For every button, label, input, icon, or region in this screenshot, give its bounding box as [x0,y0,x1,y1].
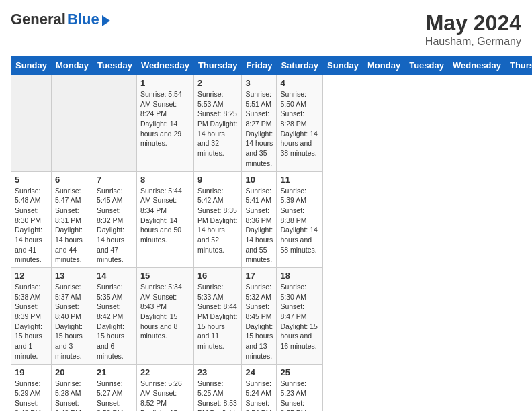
day-number: 23 [197,367,238,377]
calendar-cell: 4Sunrise: 5:50 AM Sunset: 8:28 PM Daylig… [277,75,323,172]
day-info: Sunrise: 5:41 AM Sunset: 8:36 PM Dayligh… [245,186,273,265]
day-number: 5 [15,175,48,185]
day-info: Sunrise: 5:37 AM Sunset: 8:40 PM Dayligh… [55,282,89,361]
day-number: 6 [55,175,89,185]
calendar-cell: 3Sunrise: 5:51 AM Sunset: 8:27 PM Daylig… [242,75,277,172]
logo: General Blue [11,11,110,28]
day-number: 19 [15,367,48,377]
day-info: Sunrise: 5:53 AM Sunset: 8:25 PM Dayligh… [197,89,238,158]
calendar-cell: 24Sunrise: 5:24 AM Sunset: 8:54 PM Dayli… [242,364,277,411]
calendar-cell: 5Sunrise: 5:48 AM Sunset: 8:30 PM Daylig… [11,171,52,268]
day-info: Sunrise: 5:29 AM Sunset: 8:48 PM Dayligh… [15,379,48,412]
calendar-cell: 22Sunrise: 5:26 AM Sunset: 8:52 PM Dayli… [136,364,193,411]
calendar-table: SundayMondayTuesdayWednesdayThursdayFrid… [11,56,532,411]
weekday-header-tuesday: Tuesday [405,56,449,75]
day-number: 17 [245,271,273,281]
day-info: Sunrise: 5:25 AM Sunset: 8:53 PM Dayligh… [197,379,238,412]
weekday-header-friday: Friday [242,56,277,75]
day-info: Sunrise: 5:34 AM Sunset: 8:43 PM Dayligh… [140,282,190,341]
day-info: Sunrise: 5:23 AM Sunset: 8:55 PM Dayligh… [280,379,319,412]
day-info: Sunrise: 5:26 AM Sunset: 8:52 PM Dayligh… [140,379,190,412]
day-info: Sunrise: 5:32 AM Sunset: 8:45 PM Dayligh… [245,282,273,361]
day-number: 16 [197,271,238,281]
calendar-week-3: 12Sunrise: 5:38 AM Sunset: 8:39 PM Dayli… [11,268,533,365]
logo-blue-text: Blue [67,11,99,28]
day-number: 18 [280,271,319,281]
day-info: Sunrise: 5:47 AM Sunset: 8:31 PM Dayligh… [55,186,89,265]
day-number: 1 [140,78,190,88]
calendar-cell: 8Sunrise: 5:44 AM Sunset: 8:34 PM Daylig… [136,171,193,268]
calendar-cell: 16Sunrise: 5:33 AM Sunset: 8:44 PM Dayli… [193,268,242,365]
day-number: 25 [280,367,319,377]
calendar-cell [51,75,93,172]
day-number: 8 [140,175,190,185]
location-subtitle: Hausham, Germany [425,36,521,48]
day-number: 20 [55,367,89,377]
day-number: 2 [197,78,238,88]
weekday-header-wednesday: Wednesday [448,56,505,75]
day-info: Sunrise: 5:27 AM Sunset: 8:50 PM Dayligh… [97,379,133,412]
day-info: Sunrise: 5:50 AM Sunset: 8:28 PM Dayligh… [280,89,319,158]
day-number: 13 [55,271,89,281]
day-number: 14 [97,271,133,281]
day-info: Sunrise: 5:51 AM Sunset: 8:27 PM Dayligh… [245,89,273,169]
calendar-cell: 18Sunrise: 5:30 AM Sunset: 8:47 PM Dayli… [277,268,323,365]
weekday-header-tuesday: Tuesday [93,56,137,75]
day-number: 22 [140,367,190,377]
calendar-week-2: 5Sunrise: 5:48 AM Sunset: 8:30 PM Daylig… [11,171,533,268]
day-info: Sunrise: 5:35 AM Sunset: 8:42 PM Dayligh… [97,282,133,361]
calendar-cell: 23Sunrise: 5:25 AM Sunset: 8:53 PM Dayli… [193,364,242,411]
weekday-header-monday: Monday [51,56,93,75]
calendar-cell: 9Sunrise: 5:42 AM Sunset: 8:35 PM Daylig… [193,171,242,268]
weekday-header-monday: Monday [363,56,405,75]
calendar-cell: 6Sunrise: 5:47 AM Sunset: 8:31 PM Daylig… [51,171,93,268]
calendar-cell: 10Sunrise: 5:41 AM Sunset: 8:36 PM Dayli… [242,171,277,268]
day-info: Sunrise: 5:30 AM Sunset: 8:47 PM Dayligh… [280,282,319,351]
calendar-cell [93,75,137,172]
weekday-header-saturday: Saturday [277,56,323,75]
calendar-header-row: SundayMondayTuesdayWednesdayThursdayFrid… [11,56,533,75]
calendar-cell: 13Sunrise: 5:37 AM Sunset: 8:40 PM Dayli… [51,268,93,365]
calendar-week-1: 1Sunrise: 5:54 AM Sunset: 8:24 PM Daylig… [11,75,533,172]
calendar-cell [11,75,52,172]
calendar-cell: 15Sunrise: 5:34 AM Sunset: 8:43 PM Dayli… [136,268,193,365]
calendar-cell: 25Sunrise: 5:23 AM Sunset: 8:55 PM Dayli… [277,364,323,411]
day-number: 15 [140,271,190,281]
day-info: Sunrise: 5:39 AM Sunset: 8:38 PM Dayligh… [280,186,319,255]
calendar-cell: 21Sunrise: 5:27 AM Sunset: 8:50 PM Dayli… [93,364,137,411]
day-info: Sunrise: 5:24 AM Sunset: 8:54 PM Dayligh… [245,379,273,412]
title-section: May 2024 Hausham, Germany [425,11,521,48]
weekday-header-sunday: Sunday [11,56,52,75]
day-number: 7 [97,175,133,185]
day-number: 12 [15,271,48,281]
day-number: 4 [280,78,319,88]
logo-arrow-icon [102,15,110,26]
day-info: Sunrise: 5:38 AM Sunset: 8:39 PM Dayligh… [15,282,48,361]
day-number: 11 [280,175,319,185]
calendar-cell: 1Sunrise: 5:54 AM Sunset: 8:24 PM Daylig… [136,75,193,172]
weekday-header-thursday: Thursday [505,56,532,75]
day-info: Sunrise: 5:42 AM Sunset: 8:35 PM Dayligh… [197,186,238,255]
month-year-title: May 2024 [425,11,521,36]
weekday-header-sunday: Sunday [323,56,363,75]
day-info: Sunrise: 5:33 AM Sunset: 8:44 PM Dayligh… [197,282,238,351]
weekday-header-thursday: Thursday [193,56,242,75]
calendar-cell: 7Sunrise: 5:45 AM Sunset: 8:32 PM Daylig… [93,171,137,268]
calendar-cell: 2Sunrise: 5:53 AM Sunset: 8:25 PM Daylig… [193,75,242,172]
calendar-cell: 19Sunrise: 5:29 AM Sunset: 8:48 PM Dayli… [11,364,52,411]
day-number: 10 [245,175,273,185]
page-header: General Blue May 2024 Hausham, Germany [11,11,521,48]
calendar-week-4: 19Sunrise: 5:29 AM Sunset: 8:48 PM Dayli… [11,364,533,411]
day-info: Sunrise: 5:28 AM Sunset: 8:49 PM Dayligh… [55,379,89,412]
day-number: 3 [245,78,273,88]
logo-general-text: General [11,11,66,28]
calendar-cell: 17Sunrise: 5:32 AM Sunset: 8:45 PM Dayli… [242,268,277,365]
day-info: Sunrise: 5:44 AM Sunset: 8:34 PM Dayligh… [140,186,190,245]
day-info: Sunrise: 5:54 AM Sunset: 8:24 PM Dayligh… [140,89,190,148]
calendar-cell: 14Sunrise: 5:35 AM Sunset: 8:42 PM Dayli… [93,268,137,365]
day-number: 9 [197,175,238,185]
day-number: 24 [245,367,273,377]
weekday-header-wednesday: Wednesday [136,56,193,75]
day-info: Sunrise: 5:45 AM Sunset: 8:32 PM Dayligh… [97,186,133,265]
day-info: Sunrise: 5:48 AM Sunset: 8:30 PM Dayligh… [15,186,48,265]
